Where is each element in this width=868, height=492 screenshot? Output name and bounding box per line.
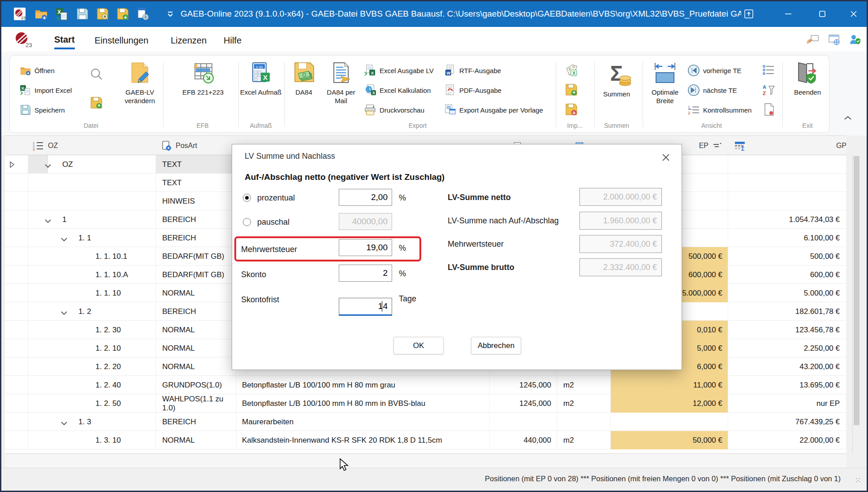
vertical-scrollbar[interactable] [852, 155, 860, 453]
skontofrist-input[interactable] [339, 298, 392, 315]
import-prices-button[interactable]: €X [564, 63, 579, 77]
remote-support-icon[interactable] [806, 34, 819, 45]
oz-cell[interactable]: 1. 2. 50 [28, 394, 156, 413]
resize-grip[interactable]: ⁙ [855, 475, 862, 485]
expand-chevron-icon[interactable] [60, 419, 68, 428]
web-window-icon[interactable] [827, 34, 841, 45]
ribbon-button-naechste-te[interactable]: Kontrollsummen nächste TE [687, 83, 737, 97]
open-folder-icon[interactable] [35, 7, 48, 21]
gp-cell: 22.000,00 € [728, 431, 846, 449]
ribbon-button-beenden[interactable]: Beenden [787, 61, 828, 96]
sort-filter-button[interactable]: AZ [761, 83, 776, 97]
column-header-posart[interactable]: PosArt [156, 136, 237, 155]
maximize-button[interactable] [812, 6, 833, 22]
prozentual-percent-label: % [399, 193, 406, 203]
oz-cell[interactable]: 1. 3 [28, 413, 156, 431]
expand-chevron-icon[interactable] [44, 161, 52, 170]
import-excel-icon[interactable]: X [55, 7, 69, 21]
skonto-input[interactable] [339, 265, 392, 282]
oz-cell[interactable]: OZ [28, 155, 156, 174]
ribbon-button-excel-aufmass[interactable]: 0.00X Excel Aufmaß [239, 61, 282, 96]
oz-cell[interactable]: 1. 2. 10 [28, 339, 156, 357]
horizontal-scrollbar-strip[interactable] [5, 453, 846, 468]
prozentual-input[interactable] [339, 189, 392, 206]
oz-cell[interactable]: 1. 2. 20 [28, 357, 156, 376]
search-button[interactable] [89, 66, 104, 82]
tab-start[interactable]: Start [54, 31, 75, 49]
table-row[interactable]: 1. 2. 50WAHLPOS(1.1 zu 1.0)Betonpflaster… [5, 394, 846, 413]
oz-cell[interactable]: 1. 1. 10.A [28, 266, 156, 284]
oz-value: 1. 2 [28, 307, 91, 316]
ribbon-button-efb-221-223[interactable]: EFB 221+223 [177, 61, 229, 96]
import-save-down-button[interactable] [564, 102, 579, 117]
expand-chevron-icon[interactable] [44, 217, 52, 226]
print-web-icon[interactable] [136, 7, 150, 21]
pauschal-radio[interactable] [243, 218, 251, 226]
group-label-ansicht: Ansicht [644, 122, 779, 131]
column-header-oz[interactable]: 123 OZ [28, 136, 156, 155]
import-save-up-button[interactable] [564, 83, 579, 97]
oz-cell[interactable]: 1. 2 [28, 302, 156, 321]
ribbon-button-gaeb-lv-veraendern[interactable]: GAEB-LV verändern [117, 61, 162, 105]
ribbon-button-optimale-breite[interactable]: Optimale Breite [644, 61, 686, 105]
scrollbar-thumb[interactable] [854, 156, 859, 425]
ribbon-button-druckvorschau[interactable]: Druckvorschau [364, 103, 424, 117]
dialog-close-button[interactable] [658, 150, 674, 165]
oz-cell[interactable]: 1. 2. 30 [28, 321, 156, 339]
oz-cell[interactable]: 1. 2. 40 [28, 376, 156, 394]
license-user-icon[interactable] [849, 34, 862, 45]
efb-221-223-label: EFB 221+223 [182, 88, 224, 96]
pin-window-icon[interactable] [738, 6, 759, 22]
expand-chevron-icon[interactable] [60, 235, 68, 244]
ribbon-button-pdf-ausgabe[interactable]: PDF-Ausgabe [444, 83, 501, 97]
ribbon-button-kontrollsummen[interactable]: 12 Kontrollsummen [687, 103, 751, 117]
ribbon-button-speichern[interactable]: Speichern [20, 103, 65, 117]
ribbon-button-da84-per-mail[interactable]: DA84 per Mail [322, 61, 360, 105]
row-indicator-cell [5, 431, 28, 449]
close-button[interactable] [843, 6, 864, 22]
ribbon-button-import-excel[interactable]: X Import Excel [20, 83, 72, 97]
text-cell: Maurerarbeiten [237, 413, 490, 431]
collapse-ribbon-button[interactable] [842, 114, 853, 123]
table-row[interactable]: 1. 3. 10NORMALKalksandstein-Innenwand KS… [5, 431, 846, 449]
ribbon-button-oeffnen[interactable]: Öffnen [20, 64, 55, 77]
document-report-button[interactable] [761, 102, 776, 117]
text-cell: Kalksandstein-Innenwand KS-R SFK 20 RDK … [237, 431, 490, 449]
minimize-button[interactable] [778, 6, 799, 22]
oz-cell[interactable]: 1 [28, 210, 156, 229]
ok-button[interactable]: OK [393, 337, 444, 354]
ribbon-button-excel-ausgabe-lv[interactable]: X Excel Ausgabe LV [364, 64, 434, 77]
prozentual-radio[interactable] [243, 194, 251, 202]
ribbon-button-rtf-ausgabe[interactable]: W RTF-Ausgabe [444, 64, 501, 77]
oz-cell[interactable] [28, 174, 156, 192]
oz-cell[interactable]: 1. 1. 10 [28, 284, 156, 302]
save-icon[interactable] [76, 7, 89, 21]
oeffnen-label: Öffnen [35, 67, 55, 74]
tab-einstellungen[interactable]: Einstellungen [95, 31, 148, 49]
tab-lizenzen[interactable]: Lizenzen [171, 31, 207, 49]
oz-cell[interactable]: 1. 1. 10.1 [28, 247, 156, 266]
table-row[interactable]: 1. 2. 40GRUNDPOS(1.0)Betonpflaster L/B 1… [5, 376, 846, 394]
ribbon-button-excel-kalkulation[interactable]: X Excel Kalkulation [364, 83, 431, 97]
ribbon-button-vorherige-te[interactable]: vorherige TE [687, 64, 742, 77]
cancel-button[interactable]: Abbrechen [471, 337, 521, 354]
save-upload-button[interactable] [89, 95, 104, 110]
oz-cell[interactable] [28, 192, 156, 210]
column-header-gp[interactable]: Σ GP [728, 136, 846, 155]
tab-hilfe[interactable]: Hilfe [224, 31, 242, 49]
svg-text:X: X [573, 71, 576, 76]
expand-chevron-icon[interactable] [60, 309, 68, 318]
oz-cell[interactable]: 1. 1 [28, 229, 156, 247]
pdf-icon [444, 84, 456, 96]
ribbon-button-export-vorlage[interactable]: Export Ausgabe per Vorlage [444, 103, 543, 117]
svg-text:X: X [22, 86, 25, 91]
structure-list-button[interactable] [761, 63, 776, 77]
ribbon-button-summen[interactable]: Σ Summen [595, 61, 638, 98]
quickaccess-chevron-icon[interactable] [165, 7, 175, 21]
oz-value: 1. 2. 10 [28, 344, 121, 353]
ribbon-button-da84[interactable]: DA84 [288, 61, 320, 96]
oz-cell[interactable]: 1. 3. 10 [28, 431, 156, 449]
table-row[interactable]: 1. 3BEREICHMaurerarbeiten767.439,25 € [5, 413, 846, 431]
save-settings-icon[interactable] [96, 7, 109, 21]
save-download-icon[interactable] [116, 7, 130, 21]
